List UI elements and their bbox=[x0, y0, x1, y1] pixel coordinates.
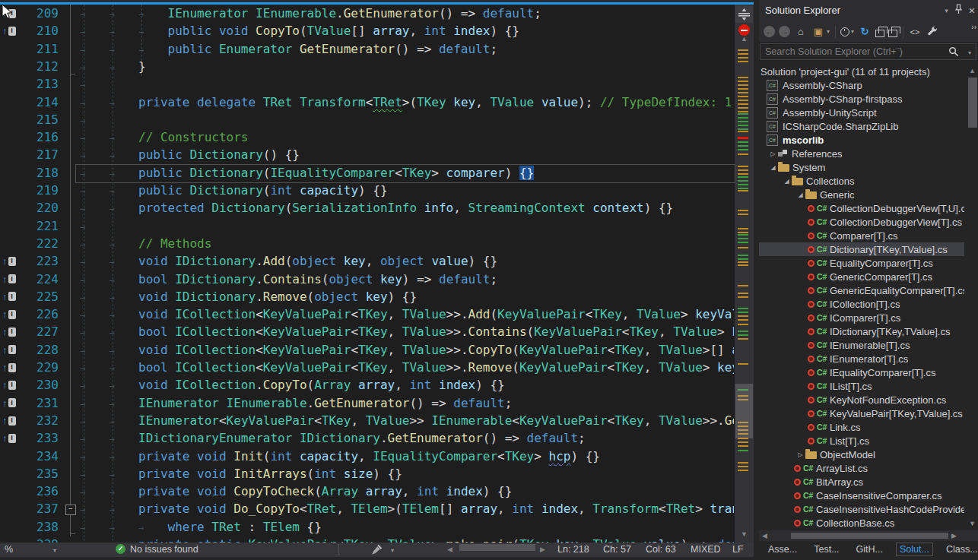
code-line[interactable]: →→private void Init(int capacity, IEqual… bbox=[80, 448, 600, 465]
code-cleanup-caret-icon[interactable]: ▾ bbox=[391, 547, 394, 554]
code-line[interactable]: →→bool ICollection<KeyValuePair<TKey, TV… bbox=[80, 323, 734, 340]
tool-window-tab[interactable]: GitH... bbox=[853, 543, 887, 556]
issues-status[interactable]: No issues found bbox=[130, 544, 198, 555]
status-column[interactable]: Col: 63 bbox=[646, 544, 676, 555]
scrollbar-thumb[interactable] bbox=[735, 384, 753, 438]
file-item[interactable]: C#Dictionary[TKey,TValue].cs bbox=[759, 242, 964, 256]
code-cleanup-broom-icon[interactable] bbox=[371, 544, 383, 558]
collapsed-chevron-icon[interactable]: ▷ bbox=[795, 451, 805, 458]
code-line[interactable]: →→// Constructors bbox=[80, 128, 249, 146]
search-options-caret-icon[interactable]: ▾ bbox=[968, 49, 971, 56]
pending-changes-filter-icon[interactable]: ▾ bbox=[840, 27, 854, 36]
editor-vertical-scrollbar[interactable]: ▲ ▼ bbox=[735, 5, 754, 543]
hscroll-right-arrow[interactable]: ▶ bbox=[540, 546, 545, 553]
expanded-chevron-icon[interactable]: ◢ bbox=[782, 178, 792, 185]
references-item[interactable]: ▷References bbox=[759, 147, 964, 160]
file-item[interactable]: C#CaseInsensitiveComparer.cs bbox=[759, 489, 964, 502]
tree-scroll-down-arrow[interactable]: ▼ bbox=[969, 520, 976, 527]
code-line[interactable]: →→void IDictionary.Remove(object key) {} bbox=[80, 288, 417, 305]
scroll-up-arrow[interactable]: ▲ bbox=[735, 35, 754, 43]
file-item[interactable]: C#KeyValuePair[TKey,TValue].cs bbox=[759, 407, 964, 420]
file-item[interactable]: C#IEnumerator[T].cs bbox=[759, 352, 964, 365]
tool-window-tab[interactable]: Class... bbox=[942, 543, 978, 556]
status-character[interactable]: Ch: 57 bbox=[603, 544, 631, 555]
tree-vscroll-thumb[interactable] bbox=[968, 78, 977, 128]
file-item[interactable]: C#CollectionDebuggerView[T].cs bbox=[759, 215, 964, 229]
status-line-ending[interactable]: LF bbox=[732, 544, 744, 555]
code-line[interactable]: →→→where TRet : TElem {} bbox=[80, 518, 322, 536]
tree-scroll-left-arrow[interactable]: ◀ bbox=[762, 532, 767, 539]
tool-window-tab[interactable]: Asse... bbox=[764, 543, 801, 556]
status-line[interactable]: Ln: 218 bbox=[557, 544, 589, 555]
code-line[interactable]: →→IEnumerator<KeyValuePair<TKey, TValue>… bbox=[80, 412, 734, 429]
project-item[interactable]: C#ICSharpCode.SharpZipLib bbox=[759, 119, 964, 133]
hscroll-thumb[interactable] bbox=[459, 544, 535, 551]
code-editor[interactable]: − ↑I209↑I2102112122132142152162172182192… bbox=[0, 0, 754, 560]
file-item[interactable]: C#GenericComparer[T].cs bbox=[759, 270, 964, 283]
expanded-chevron-icon[interactable]: ◢ bbox=[768, 164, 778, 171]
code-line[interactable]: →→IEnumerator IEnumerable.GetEnumerator(… bbox=[80, 394, 512, 412]
code-line[interactable]: →→private void CopyToCheck(Array array, … bbox=[80, 482, 512, 500]
code-line[interactable]: → bbox=[80, 217, 110, 235]
code-line[interactable]: →→void ICollection<KeyValuePair<TKey, TV… bbox=[80, 341, 734, 359]
file-item[interactable]: C#GenericEqualityComparer[T].cs bbox=[759, 283, 964, 297]
code-line[interactable]: →→private static KeyValuePair<TKey, TVal… bbox=[80, 536, 734, 543]
code-line[interactable]: →→bool IDictionary.Contains(object key) … bbox=[80, 271, 497, 288]
project-item[interactable]: C#Assembly-UnityScript bbox=[759, 106, 964, 119]
switch-views-icon[interactable]: ▣▾ bbox=[811, 25, 830, 39]
collapsed-chevron-icon[interactable]: ▷ bbox=[768, 150, 778, 157]
properties-icon[interactable] bbox=[926, 25, 939, 39]
tree-scroll-right-arrow[interactable]: ▶ bbox=[951, 532, 957, 539]
zoom-control[interactable]: % bbox=[5, 544, 13, 555]
code-line[interactable]: →→private void InitArrays(int size) {} bbox=[80, 465, 402, 482]
file-item[interactable]: C#ICollection[T].cs bbox=[759, 297, 964, 311]
file-item[interactable]: C#ArrayList.cs bbox=[759, 461, 964, 475]
toolbar-overflow-icon[interactable]: ›› bbox=[971, 23, 976, 31]
code-line[interactable]: →→void ICollection<KeyValuePair<TKey, TV… bbox=[80, 305, 734, 323]
file-item[interactable]: C#KeyNotFoundException.cs bbox=[759, 393, 964, 407]
code-line[interactable]: →→public Dictionary(IEqualityComparer<TK… bbox=[80, 164, 534, 182]
file-item[interactable]: C#List[T].cs bbox=[759, 434, 964, 448]
close-icon[interactable]: × bbox=[969, 5, 975, 17]
code-line[interactable]: →→IDictionaryEnumerator IDictionary.GetE… bbox=[80, 429, 586, 447]
code-line[interactable]: →→// Methods bbox=[80, 235, 211, 252]
code-line[interactable]: →→void ICollection.CopyTo(Array array, i… bbox=[80, 376, 505, 394]
project-item[interactable]: C#Assembly-CSharp bbox=[759, 78, 964, 92]
back-icon[interactable]: ← bbox=[764, 26, 775, 37]
hscroll-left-arrow[interactable]: ◀ bbox=[447, 546, 452, 553]
document-health-indicator[interactable] bbox=[738, 24, 750, 36]
collapse-all-icon[interactable] bbox=[875, 27, 884, 37]
file-item[interactable]: C#EqualityComparer[T].cs bbox=[759, 256, 964, 270]
code-line[interactable]: →→→public Enumerator GetEnumerator() => … bbox=[80, 40, 497, 58]
code-line[interactable]: → bbox=[80, 111, 110, 128]
code-text-area[interactable]: →→→IEnumerator IEnumerable.GetEnumerator… bbox=[0, 0, 734, 543]
zoom-caret-icon[interactable]: ▾ bbox=[53, 547, 56, 554]
scroll-down-arrow[interactable]: ▼ bbox=[735, 530, 754, 538]
search-input[interactable]: Search Solution Explorer (Ctrl+¨) ▾ bbox=[760, 43, 976, 60]
pin-icon[interactable] bbox=[954, 4, 963, 17]
file-item[interactable]: C#IEnumerable[T].cs bbox=[759, 338, 964, 352]
split-window-handle[interactable] bbox=[735, 6, 753, 23]
file-item[interactable]: C#CollectionDebuggerView[T,U].cs bbox=[759, 201, 964, 215]
file-item[interactable]: C#IEqualityComparer[T].cs bbox=[759, 365, 964, 379]
tool-window-tab[interactable]: Solut... bbox=[896, 543, 933, 556]
window-position-icon[interactable]: ▾ bbox=[945, 7, 948, 14]
fold-collapse-box[interactable]: − bbox=[65, 505, 76, 515]
folder-item[interactable]: ◢System bbox=[759, 160, 964, 174]
home-icon[interactable]: ⌂ bbox=[794, 25, 808, 39]
file-item[interactable]: C#CollectionBase.cs bbox=[759, 516, 964, 530]
forward-icon[interactable]: → bbox=[779, 26, 790, 37]
code-line[interactable]: →→→public void CopyTo(TValue[] array, in… bbox=[80, 22, 519, 40]
project-item[interactable]: C#mscorlib bbox=[759, 133, 964, 147]
code-line[interactable]: →→protected Dictionary(SerializationInfo… bbox=[80, 199, 673, 217]
tool-window-tab[interactable]: Test... bbox=[810, 543, 843, 556]
code-line[interactable]: →→bool ICollection<KeyValuePair<TKey, TV… bbox=[80, 359, 734, 376]
preview-selected-items-icon[interactable] bbox=[888, 27, 897, 37]
tree-horizontal-scrollbar[interactable]: ◀ ▶ bbox=[759, 530, 978, 541]
project-item[interactable]: C#Assembly-CSharp-firstpass bbox=[759, 92, 964, 106]
code-line[interactable]: →→} bbox=[80, 58, 146, 75]
panel-splitter[interactable] bbox=[754, 0, 759, 560]
code-line[interactable]: →→private void Do_CopyTo<TRet, TElem>(TE… bbox=[80, 500, 734, 517]
file-item[interactable]: C#Link.cs bbox=[759, 420, 964, 434]
code-line[interactable]: → bbox=[80, 75, 110, 93]
